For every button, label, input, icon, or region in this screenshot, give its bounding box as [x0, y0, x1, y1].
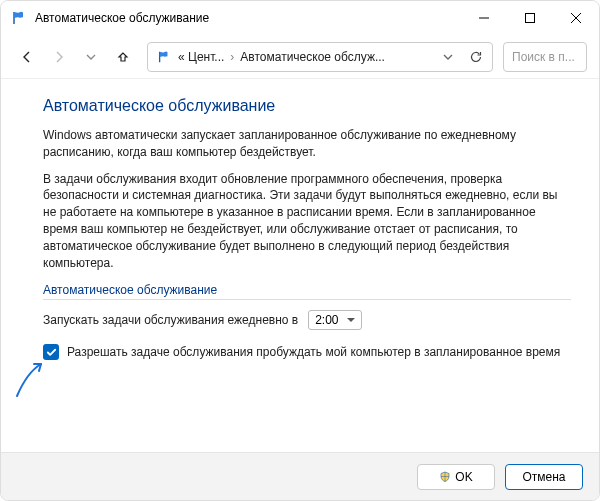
chevron-right-icon: › [230, 50, 234, 64]
search-placeholder: Поиск в п... [512, 50, 575, 64]
page-title: Автоматическое обслуживание [43, 97, 571, 115]
close-button[interactable] [553, 1, 599, 35]
cancel-label: Отмена [522, 470, 565, 484]
schedule-time-select[interactable]: 2:00 [308, 310, 362, 330]
chevron-down-icon[interactable] [440, 52, 456, 62]
shield-icon [439, 471, 451, 483]
ok-label: OK [455, 470, 472, 484]
section-title: Автоматическое обслуживание [43, 283, 571, 297]
back-button[interactable] [13, 43, 41, 71]
wake-checkbox[interactable] [43, 344, 59, 360]
details-text: В задачи обслуживания входит обновление … [43, 171, 571, 272]
annotation-arrow [13, 360, 49, 400]
address-bar[interactable]: « Цент... › Автоматическое обслуж... [147, 42, 493, 72]
refresh-icon[interactable] [468, 50, 484, 64]
recent-locations-button[interactable] [77, 43, 105, 71]
breadcrumb-2[interactable]: Автоматическое обслуж... [240, 50, 385, 64]
cancel-button[interactable]: Отмена [505, 464, 583, 490]
wake-checkbox-label[interactable]: Разрешать задаче обслуживания пробуждать… [67, 344, 560, 361]
flag-icon [156, 50, 172, 64]
divider [43, 299, 571, 300]
minimize-button[interactable] [461, 1, 507, 35]
app-flag-icon [11, 10, 27, 26]
maximize-button[interactable] [507, 1, 553, 35]
svg-rect-1 [526, 14, 535, 23]
window-title: Автоматическое обслуживание [35, 11, 461, 25]
schedule-label: Запускать задачи обслуживания ежедневно … [43, 313, 298, 327]
breadcrumb-1[interactable]: « Цент... [178, 50, 224, 64]
up-button[interactable] [109, 43, 137, 71]
forward-button[interactable] [45, 43, 73, 71]
search-input[interactable]: Поиск в п... [503, 42, 587, 72]
intro-text: Windows автоматически запускает запланир… [43, 127, 571, 161]
ok-button[interactable]: OK [417, 464, 495, 490]
